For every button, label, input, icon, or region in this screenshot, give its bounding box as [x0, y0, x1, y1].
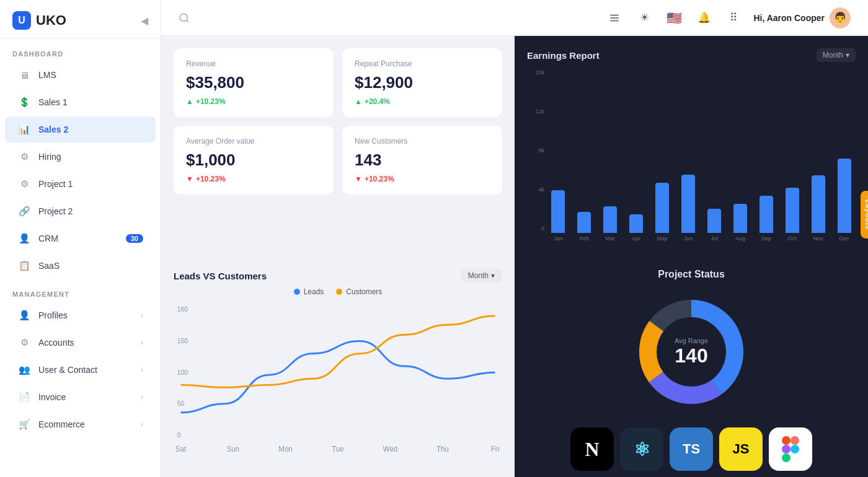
- sidebar-item-label: Sales 2: [38, 125, 68, 134]
- earnings-period-selector[interactable]: Month ▾: [817, 48, 856, 62]
- project2-icon: 🔗: [17, 204, 31, 218]
- ecommerce-icon: 🛒: [17, 418, 31, 431]
- chevron-down-icon: ▾: [491, 271, 495, 280]
- svg-text:100: 100: [177, 369, 188, 376]
- sidebar-item-crm[interactable]: 👤 CRM 30: [5, 225, 156, 252]
- legend-dot-leads: [294, 289, 300, 295]
- leads-chart-area: 160150100500 SatSunMonTueWedThuFri: [174, 302, 502, 465]
- avatar: 👨: [830, 7, 851, 28]
- bar-col: Jul: [703, 209, 726, 242]
- metric-change: ▼ +10.23%: [355, 175, 490, 183]
- bar-col: Sep: [755, 196, 777, 242]
- svg-line-1: [186, 20, 188, 22]
- flag-icon[interactable]: 🇺🇸: [664, 8, 684, 28]
- bar-label: Feb: [580, 235, 590, 242]
- sidebar-item-ecommerce[interactable]: 🛒 Ecommerce ›: [5, 411, 156, 437]
- user-contact-icon: 👥: [17, 363, 31, 377]
- bar-label: Jan: [554, 235, 563, 242]
- sidebar-item-label: Ecommerce: [38, 419, 85, 429]
- sidebar-item-hiring[interactable]: ⚙ Hiring: [5, 144, 156, 170]
- earnings-title: Earnings Report: [527, 50, 600, 61]
- y-label: 8k: [538, 147, 544, 154]
- bar-label: Aug: [735, 235, 745, 242]
- crm-icon: 👤: [17, 232, 31, 245]
- sidebar-item-project1[interactable]: ⚙ Project 1: [5, 171, 156, 197]
- bar-rect: [655, 183, 669, 233]
- chevron-right-icon: ›: [141, 393, 143, 401]
- bar-rect: [629, 214, 643, 233]
- bar-label: Jun: [684, 235, 693, 242]
- bar-label: Sep: [761, 235, 771, 242]
- svg-text:Tue: Tue: [332, 444, 343, 452]
- arrow-up-icon: ▲: [186, 97, 193, 106]
- bar-rect: [733, 204, 747, 233]
- metric-label: Repeat Purchase: [355, 59, 490, 68]
- sidebar-item-label: Accounts: [38, 338, 74, 348]
- sidebar-item-sales1[interactable]: 💲 Sales 1: [5, 89, 156, 115]
- bar-rect: [812, 175, 825, 233]
- svg-point-0: [180, 14, 187, 21]
- sidebar-item-invoice[interactable]: 📄 Invoice ›: [5, 384, 156, 410]
- menu-icon[interactable]: [604, 8, 624, 28]
- bar-col: Jan: [547, 190, 570, 242]
- sidebar-item-label: User & Contact: [38, 365, 97, 375]
- notification-icon[interactable]: 🔔: [694, 8, 714, 28]
- theme-toggle-icon[interactable]: ☀: [634, 8, 654, 28]
- metric-value: $35,800: [186, 73, 321, 92]
- sidebar-item-lms[interactable]: 🖥 LMS: [5, 62, 156, 88]
- chevron-down-icon: ▾: [846, 51, 849, 59]
- user-info[interactable]: Hi, Aaron Cooper 👨: [753, 7, 851, 28]
- svg-text:50: 50: [177, 400, 185, 407]
- tech-icon-next: N: [570, 427, 614, 471]
- sidebar-item-accounts[interactable]: ⚙ Accounts ›: [5, 330, 156, 356]
- y-label: 15k: [535, 69, 544, 76]
- bar-label: May: [657, 235, 668, 242]
- project1-icon: ⚙: [17, 177, 31, 191]
- svg-rect-22: [790, 436, 799, 445]
- project-status-title: Project Status: [658, 269, 725, 280]
- svg-rect-24: [782, 453, 790, 462]
- svg-rect-23: [782, 445, 790, 453]
- user-greeting: Hi, Aaron Cooper: [753, 13, 825, 23]
- bar-rect: [603, 206, 617, 233]
- chevron-right-icon: ›: [141, 420, 143, 429]
- arrow-up-icon: ▲: [355, 97, 362, 106]
- leads-title: Leads VS Customers: [174, 271, 267, 281]
- bar-rect: [681, 175, 695, 233]
- leads-period-selector[interactable]: Month ▾: [461, 269, 502, 282]
- sidebar-item-profiles[interactable]: 👤 Profiles ›: [5, 302, 156, 328]
- sidebar-item-label: Project 2: [38, 206, 73, 216]
- metric-label: New Customers: [355, 137, 490, 146]
- sidebar-item-label: Invoice: [38, 392, 66, 402]
- metrics-grid: Revenue $35,800 ▲ +10.23% Repeat Purchas…: [174, 48, 502, 195]
- sidebar-item-project2[interactable]: 🔗 Project 2: [5, 198, 156, 224]
- bar-col: Feb: [573, 212, 596, 242]
- sidebar-item-label: Hiring: [38, 152, 61, 162]
- sidebar-item-sales2[interactable]: 📊 Sales 2: [5, 116, 156, 142]
- svg-text:Sat: Sat: [175, 444, 187, 452]
- metrics-section: Revenue $35,800 ▲ +10.23% Repeat Purchas…: [161, 36, 515, 256]
- svg-text:0: 0: [177, 431, 181, 439]
- svg-text:150: 150: [177, 337, 188, 344]
- sidebar-item-user-contact[interactable]: 👥 User & Contact ›: [5, 357, 156, 383]
- sidebar-collapse-button[interactable]: ◀: [141, 15, 148, 27]
- sidebar-item-label: LMS: [38, 70, 56, 80]
- sidebar-item-label: CRM: [38, 234, 58, 243]
- bar-label: Mar: [606, 235, 616, 242]
- chevron-right-icon: ›: [141, 338, 143, 347]
- sidebar: U UKO ◀ DASHBOARD 🖥 LMS 💲 Sales 1 📊 Sale…: [0, 0, 161, 477]
- bar-label: Jul: [711, 235, 718, 242]
- invoice-icon: 📄: [17, 390, 31, 404]
- metric-value: $12,900: [355, 73, 490, 92]
- grid-icon[interactable]: ⠿: [724, 8, 743, 28]
- sidebar-item-saas[interactable]: 📋 SaaS: [5, 253, 156, 279]
- sidebar-item-label: Profiles: [38, 310, 68, 320]
- header-icons: ☀ 🇺🇸 🔔 ⠿ Hi, Aaron Cooper 👨: [604, 7, 851, 28]
- layouts-tab[interactable]: Layouts: [861, 191, 868, 239]
- bar-label: Apr: [632, 235, 640, 242]
- sales2-icon: 📊: [17, 123, 31, 136]
- y-label: 11k: [535, 108, 544, 115]
- bar-rect: [551, 190, 565, 233]
- bar-label: Nov: [813, 235, 823, 242]
- bar-col: Dec: [833, 159, 856, 242]
